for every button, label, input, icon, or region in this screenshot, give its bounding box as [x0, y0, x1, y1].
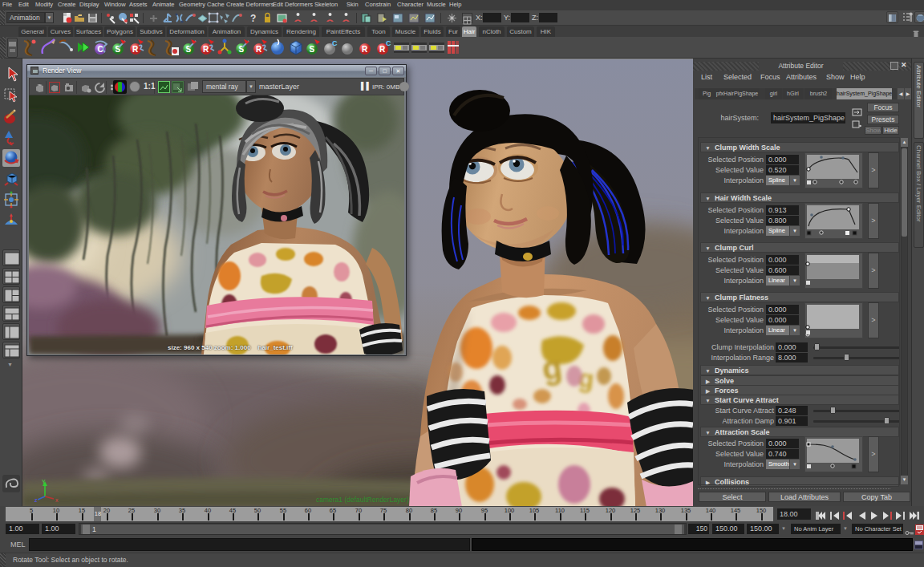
svg-text:C: C — [332, 39, 338, 47]
svg-text:S: S — [310, 45, 315, 54]
svg-text:C: C — [386, 39, 391, 47]
svg-text:z: z — [34, 497, 38, 503]
svg-text:Y: Y — [42, 479, 46, 484]
svg-text:R: R — [362, 45, 368, 54]
svg-text:R: R — [203, 45, 209, 54]
svg-text:R: R — [379, 45, 386, 54]
svg-text:?: ? — [250, 13, 256, 24]
svg-text:R: R — [132, 45, 139, 54]
svg-text:R: R — [256, 45, 262, 54]
svg-text:x: x — [55, 497, 59, 503]
